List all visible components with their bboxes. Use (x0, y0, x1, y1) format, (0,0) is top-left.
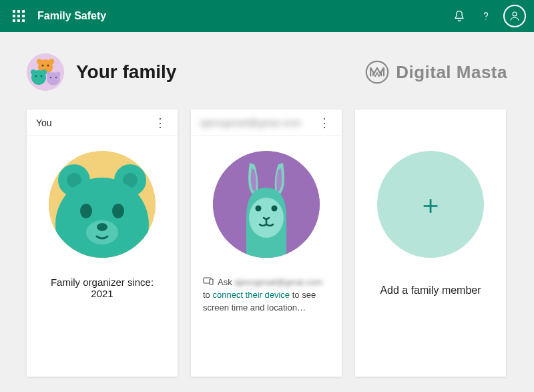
svg-point-26 (112, 204, 124, 218)
card-title: You (36, 118, 52, 128)
device-icon (203, 276, 214, 289)
app-launcher-button[interactable] (8, 5, 29, 27)
card-more-button[interactable]: ⋮ (316, 115, 332, 131)
add-member-label: Add a family member (380, 284, 481, 297)
app-header: Family Safety (0, 0, 534, 32)
more-vertical-icon: ⋮ (318, 117, 330, 129)
family-card-you[interactable]: You ⋮ (27, 110, 178, 377)
page-header-row: Your family Digital Masta (27, 53, 507, 91)
page-content: Your family Digital Masta You ⋮ (0, 32, 534, 377)
apps-grid-icon (13, 10, 25, 22)
member-avatar-llama-icon (213, 151, 320, 258)
family-card-member[interactable]: ajexogmail@gmai.com ⋮ (191, 110, 342, 377)
app-title: Family Safety (37, 10, 106, 22)
svg-point-1 (513, 12, 517, 16)
card-title-redacted: ajexogmail@gmai.com (200, 118, 301, 128)
svg-point-15 (56, 72, 61, 77)
svg-point-25 (80, 204, 92, 218)
svg-point-0 (485, 19, 486, 19)
svg-point-5 (49, 59, 54, 64)
person-icon (509, 10, 521, 22)
card-header: ajexogmail@gmai.com ⋮ (191, 110, 342, 136)
family-avatar-icon (27, 53, 64, 91)
plus-icon: ＋ (417, 186, 444, 223)
card-body: Family organizer since: 2021 (27, 136, 178, 377)
svg-point-12 (41, 75, 43, 77)
page-title-group: Your family (27, 53, 176, 91)
page-title: Your family (76, 61, 176, 83)
brand-logo-icon (365, 60, 389, 84)
card-hint-text: Ask ajexogmail@gmai.com to connect their… (203, 276, 330, 315)
add-circle: ＋ (377, 151, 484, 258)
svg-rect-34 (210, 279, 213, 284)
card-header: You ⋮ (27, 110, 178, 136)
svg-point-17 (55, 77, 57, 79)
svg-point-14 (47, 72, 51, 77)
bell-icon (453, 9, 466, 23)
svg-point-31 (256, 206, 262, 212)
svg-point-6 (42, 65, 44, 67)
card-body: Ask ajexogmail@gmai.com to connect their… (191, 136, 342, 377)
svg-point-32 (272, 206, 278, 212)
member-avatar-bear-icon (49, 151, 156, 258)
add-family-member-card[interactable]: ＋ Add a family member (355, 110, 506, 377)
family-cards-row: You ⋮ (27, 110, 507, 377)
brand-text: Digital Masta (396, 62, 507, 83)
watermark-brand: Digital Masta (365, 60, 507, 84)
svg-point-11 (35, 75, 37, 77)
question-icon (479, 9, 493, 23)
notifications-button[interactable] (446, 3, 473, 29)
card-caption: Family organizer since: 2021 (39, 276, 166, 299)
svg-point-16 (50, 77, 52, 79)
svg-point-4 (37, 59, 42, 64)
svg-point-18 (366, 61, 388, 83)
svg-point-7 (47, 65, 49, 67)
card-more-button[interactable]: ⋮ (152, 115, 168, 131)
connect-device-link[interactable]: connect their device (212, 290, 290, 300)
hint-prefix: Ask (218, 277, 234, 287)
hint-mid: to (203, 290, 212, 300)
svg-point-10 (41, 69, 47, 75)
more-vertical-icon: ⋮ (154, 117, 166, 129)
account-button[interactable] (503, 5, 526, 27)
help-button[interactable] (473, 3, 499, 29)
svg-point-28 (97, 223, 107, 231)
svg-point-9 (31, 69, 36, 75)
hint-email-redacted: ajexogmail@gmai.com (234, 277, 322, 287)
svg-point-30 (249, 198, 284, 238)
